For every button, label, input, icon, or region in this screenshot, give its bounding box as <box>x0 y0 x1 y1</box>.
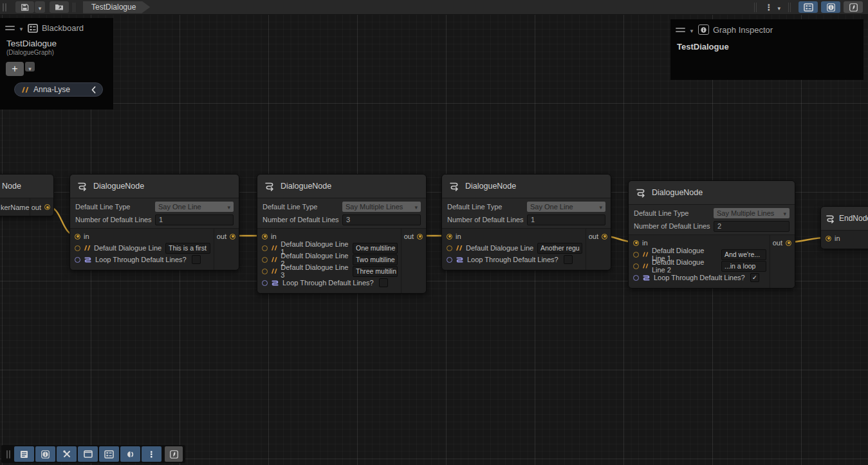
drag-handle-icon[interactable] <box>5 26 15 30</box>
toolbar-drag-handle[interactable] <box>6 450 10 459</box>
node-title: Node <box>2 182 21 191</box>
add-property-caret-button[interactable] <box>25 62 35 71</box>
dialogue-node-4[interactable]: DialogueNode Default Line Type Say Multi… <box>628 180 795 289</box>
sticky-note-button[interactable] <box>165 446 183 462</box>
top-toolbar: TestDialogue <box>0 0 868 15</box>
loop-port[interactable] <box>447 257 452 263</box>
tools-button[interactable] <box>57 446 77 462</box>
number-of-default-lines-field[interactable]: 3 <box>342 214 421 225</box>
out-port-label: out <box>32 204 41 211</box>
in-port[interactable] <box>447 234 452 240</box>
dialogue-line-port[interactable] <box>262 257 268 263</box>
dialogue-line-field[interactable]: This is a first <box>165 243 210 254</box>
dialogue-line-field[interactable]: Three multilin <box>353 266 398 277</box>
loop-checkbox[interactable] <box>564 255 573 264</box>
dialogue-line-field[interactable]: One multiline <box>353 243 398 254</box>
node-title-bar[interactable]: EndNode <box>821 207 868 231</box>
loop-checkbox[interactable] <box>192 255 201 264</box>
dialogue-node-2[interactable]: DialogueNode Default Line Type Say Multi… <box>257 174 427 294</box>
end-node[interactable]: EndNode in <box>820 206 868 249</box>
caret-down-icon <box>227 203 230 211</box>
number-of-default-lines-field[interactable]: 1 <box>155 214 234 225</box>
inspector-button[interactable] <box>35 446 55 462</box>
default-line-type-dropdown[interactable]: Say One Line <box>527 202 605 212</box>
collapse-caret-icon[interactable] <box>689 25 694 35</box>
dialogue-line-port[interactable] <box>262 269 268 274</box>
dialogue-line-port[interactable] <box>447 245 452 251</box>
out-port[interactable] <box>44 204 50 210</box>
in-port[interactable] <box>75 234 80 240</box>
in-port[interactable] <box>262 234 268 240</box>
loop-port[interactable] <box>75 257 80 263</box>
dialogue-line-field[interactable]: ...in a loop <box>721 261 766 272</box>
default-line-type-dropdown[interactable]: Say Multiple Lines <box>714 208 790 218</box>
quill-icon <box>849 3 858 12</box>
loop-port[interactable] <box>262 280 268 286</box>
in-port-label: in <box>84 232 89 240</box>
chevron-left-icon[interactable] <box>91 86 96 93</box>
drag-handle-icon[interactable] <box>676 28 685 32</box>
dialogue-line-field[interactable]: Another regu <box>537 243 582 254</box>
graph-canvas[interactable]: Node kerName out DialogueNode Default Li… <box>0 0 868 465</box>
save-options-button[interactable] <box>35 1 45 13</box>
speaker-node[interactable]: Node kerName out <box>0 174 54 216</box>
node-title-bar[interactable]: DialogueNode <box>70 175 239 198</box>
loop-label: Loop Through Default Lines? <box>95 256 187 263</box>
default-line-type-dropdown[interactable]: Say One Line <box>155 202 234 212</box>
open-asset-button[interactable] <box>50 1 69 13</box>
loop-checkbox[interactable] <box>750 273 759 282</box>
blackboard-header[interactable]: Blackboard <box>0 18 113 35</box>
number-of-default-lines-field[interactable]: 1 <box>527 214 605 225</box>
loop-port[interactable] <box>633 275 639 281</box>
loop-icon <box>271 280 279 287</box>
caret-down-icon <box>28 62 32 73</box>
graph-type: (DialogueGraph) <box>6 49 107 56</box>
blackboard-button[interactable] <box>99 446 119 462</box>
graph-inspector-panel: Graph Inspector TestDialogue <box>670 19 863 80</box>
dialogue-node-1[interactable]: DialogueNode Default Line Type Say One L… <box>69 174 239 270</box>
exposed-property-anna-lyse[interactable]: Anna-Lyse <box>14 82 103 97</box>
in-port[interactable] <box>826 236 831 242</box>
dialogue-node-3[interactable]: DialogueNode Default Line Type Say One L… <box>441 174 611 270</box>
out-port[interactable] <box>786 240 791 246</box>
node-list-button[interactable] <box>14 446 34 462</box>
inspector-toggle-button[interactable] <box>821 1 840 13</box>
dialogue-line-port[interactable] <box>262 245 268 251</box>
blackboard-toggle-button[interactable] <box>799 1 818 13</box>
collapse-caret-icon[interactable] <box>19 23 24 33</box>
default-line-type-dropdown[interactable]: Say Multiple Lines <box>342 202 421 212</box>
loop-label: Loop Through Default Lines? <box>654 274 745 281</box>
dialogue-line-port[interactable] <box>75 245 80 251</box>
preview-toggle-button[interactable] <box>844 1 863 13</box>
out-port-label: out <box>589 232 598 240</box>
overflow-menu-button[interactable] <box>764 1 780 13</box>
node-title-bar[interactable]: DialogueNode <box>629 181 795 205</box>
blackboard-icon <box>804 3 813 12</box>
dialogue-line-field[interactable]: Two multiline <box>353 254 398 265</box>
caret-down-icon <box>777 1 780 13</box>
out-port[interactable] <box>230 234 235 240</box>
save-button[interactable] <box>15 1 34 13</box>
node-title-bar[interactable]: DialogueNode <box>257 175 426 198</box>
node-title-bar[interactable]: DialogueNode <box>442 175 611 198</box>
loop-checkbox[interactable] <box>379 278 388 287</box>
in-port-label: in <box>642 239 648 247</box>
more-options-button[interactable] <box>142 446 162 462</box>
in-port[interactable] <box>633 240 639 246</box>
number-of-default-lines-field[interactable]: 2 <box>714 221 790 232</box>
info-icon <box>698 24 709 35</box>
dialogue-line-port[interactable] <box>633 252 639 258</box>
blackboard-icon <box>28 24 38 33</box>
graph-inspector-header[interactable]: Graph Inspector <box>670 19 863 37</box>
add-property-button[interactable]: + <box>6 62 24 76</box>
dialogue-line-port[interactable] <box>633 263 639 269</box>
toolbar-drag-handle[interactable] <box>3 3 6 12</box>
window-button[interactable] <box>78 446 98 462</box>
node-list-icon <box>20 450 28 459</box>
dialogue-line-field[interactable]: And we're... <box>721 249 766 260</box>
out-port[interactable] <box>417 234 423 240</box>
node-title-bar[interactable]: Node <box>0 175 53 198</box>
graph-tab[interactable]: TestDialogue <box>83 1 150 14</box>
out-port[interactable] <box>602 234 607 240</box>
dialogue-preview-button[interactable] <box>120 446 140 462</box>
